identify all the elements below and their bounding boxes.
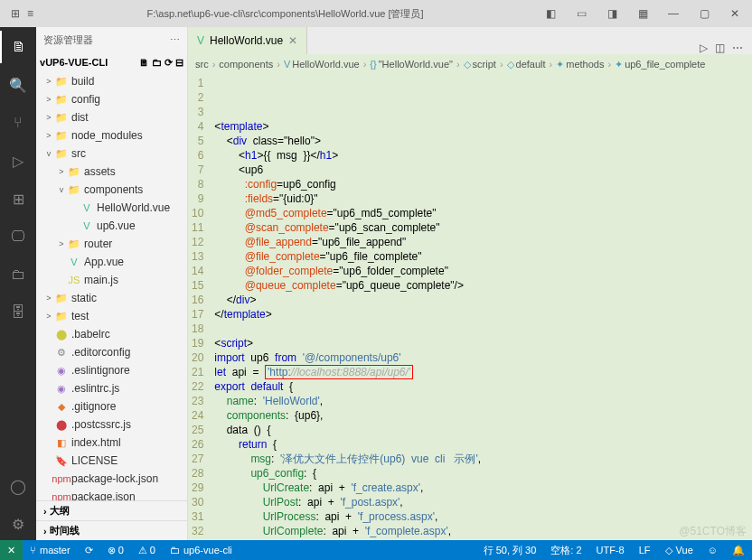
tree-item[interactable]: >📁build <box>36 72 187 90</box>
split-editor-icon[interactable]: ◫ <box>715 42 725 54</box>
tree-item[interactable]: VHelloWorld.vue <box>36 199 187 217</box>
app-icon: ⊞ <box>11 7 20 20</box>
database-icon[interactable]: 🗄 <box>0 296 36 329</box>
sidebar-toggle-icon[interactable]: ◨ <box>598 0 625 27</box>
activity-bar: 🗎 🔍 ⑂ ▷ ⊞ 🖵 🗀 🗄 ◯ ⚙ <box>0 27 36 540</box>
collapse-icon[interactable]: ⊟ <box>175 57 183 68</box>
project-root[interactable]: v UP6-VUE-CLI 🗎 🗀 ⟳ ⊟ <box>36 52 187 72</box>
project-name: UP6-VUE-CLI <box>45 57 108 68</box>
more-actions-icon[interactable]: ⋯ <box>732 42 743 54</box>
tab-title: HelloWorld.vue <box>210 34 283 47</box>
tree-item[interactable]: v📁src <box>36 145 187 163</box>
new-file-icon[interactable]: 🗎 <box>139 57 149 68</box>
tree-item[interactable]: ⚙.editorconfig <box>36 343 187 361</box>
breadcrumb-item[interactable]: components <box>219 59 273 70</box>
tree-item[interactable]: 🔖LICENSE <box>36 452 187 470</box>
tree-item[interactable]: ◧index.html <box>36 434 187 452</box>
editor-area: V HelloWorld.vue ✕ ▷ ◫ ⋯ src›components›… <box>188 27 752 540</box>
language-mode[interactable]: ◇Vue <box>658 540 700 560</box>
tree-item[interactable]: >📁node_modules <box>36 126 187 145</box>
more-icon[interactable]: ⋯ <box>170 34 180 46</box>
tab-close-icon[interactable]: ✕ <box>288 34 297 47</box>
problems-errors[interactable]: ⊗ 0 <box>100 540 131 560</box>
tree-item[interactable]: npmpackage.json <box>36 488 187 500</box>
code-editor[interactable]: 1234567891011121314151617181920212223242… <box>188 74 752 540</box>
code-content[interactable]: @51CTO博客 <template> <div class="hello"> … <box>211 74 752 540</box>
settings-gear-icon[interactable]: ⚙ <box>0 508 36 540</box>
panel-toggle-icon[interactable]: ▭ <box>568 0 595 27</box>
outline-section[interactable]: › 大纲 <box>36 500 187 520</box>
explorer-title: 资源管理器 <box>43 33 93 47</box>
tree-item[interactable]: VApp.vue <box>36 253 187 271</box>
tab-helloworld[interactable]: V HelloWorld.vue ✕ <box>188 27 307 54</box>
breadcrumb-item[interactable]: ✦ methods <box>556 59 604 70</box>
notifications-icon[interactable]: 🔔 <box>725 540 752 560</box>
tree-item[interactable]: JSmain.js <box>36 271 187 289</box>
tree-item[interactable]: Vup6.vue <box>36 217 187 235</box>
window-title: F:\asp.net\up6-vue-cli\src\components\He… <box>33 7 537 21</box>
breadcrumb-item[interactable]: V HelloWorld.vue <box>284 59 360 70</box>
feedback-icon[interactable]: ☺ <box>700 540 725 560</box>
tree-item[interactable]: >📁config <box>36 90 187 108</box>
breadcrumb[interactable]: src›components›V HelloWorld.vue›{} "Hell… <box>188 54 752 74</box>
source-control-icon[interactable]: ⑂ <box>0 107 36 139</box>
line-gutter: 1234567891011121314151617181920212223242… <box>188 74 211 540</box>
git-sync[interactable]: ⟳ <box>78 540 100 560</box>
hamburger-menu-icon[interactable]: ≡ <box>27 7 33 20</box>
breadcrumb-item[interactable]: ◇ script <box>464 59 496 70</box>
tree-item[interactable]: >📁dist <box>36 108 187 126</box>
status-project[interactable]: 🗀up6-vue-cli <box>163 540 240 560</box>
editor-tabs: V HelloWorld.vue ✕ ▷ ◫ ⋯ <box>188 27 752 54</box>
remote-indicator[interactable]: ✕ <box>0 540 23 560</box>
close-icon[interactable]: ✕ <box>721 0 748 27</box>
remote-explorer-icon[interactable]: 🖵 <box>0 220 36 253</box>
explorer-sidebar: 资源管理器 ⋯ v UP6-VUE-CLI 🗎 🗀 ⟳ ⊟ >📁build>📁c… <box>36 27 188 540</box>
breadcrumb-item[interactable]: src <box>195 59 209 70</box>
maximize-icon[interactable]: ▢ <box>691 0 718 27</box>
encoding[interactable]: UTF-8 <box>589 540 632 560</box>
tree-item[interactable]: >📁router <box>36 235 187 253</box>
problems-warnings[interactable]: ⚠ 0 <box>131 540 163 560</box>
minimize-icon[interactable]: ― <box>660 0 687 27</box>
tree-item[interactable]: ◆.gitignore <box>36 397 187 415</box>
breadcrumb-item[interactable]: ◇ default <box>507 59 546 70</box>
new-folder-icon[interactable]: 🗀 <box>152 57 162 68</box>
account-icon[interactable]: ◯ <box>0 470 36 502</box>
search-icon[interactable]: 🔍 <box>0 69 36 101</box>
tree-item[interactable]: >📁static <box>36 289 187 307</box>
breadcrumb-item[interactable]: ✦ up6_file_complete <box>615 59 705 70</box>
tree-item[interactable]: ◉.eslintrc.js <box>36 379 187 397</box>
file-tree: >📁build>📁config>📁dist>📁node_modulesv📁src… <box>36 72 187 500</box>
tree-item[interactable]: npmpackage-lock.json <box>36 470 187 488</box>
cursor-position[interactable]: 行 50, 列 30 <box>476 540 544 560</box>
tree-item[interactable]: v📁components <box>36 181 187 199</box>
title-bar: ⊞ ≡ F:\asp.net\up6-vue-cli\src\component… <box>0 0 752 27</box>
breadcrumb-item[interactable]: {} "HelloWorld.vue" <box>370 59 453 70</box>
tree-item[interactable]: >📁test <box>36 307 187 325</box>
timeline-section[interactable]: › 时间线 <box>36 520 187 540</box>
tree-item[interactable]: ⬤.postcssrc.js <box>36 415 187 434</box>
vue-file-icon: V <box>197 34 204 47</box>
folder-icon[interactable]: 🗀 <box>0 258 36 291</box>
run-debug-icon[interactable]: ▷ <box>0 145 36 177</box>
tree-item[interactable]: >📁assets <box>36 163 187 181</box>
customize-layout-icon[interactable]: ▦ <box>629 0 656 27</box>
tree-item[interactable]: ◉.eslintignore <box>36 361 187 379</box>
refresh-icon[interactable]: ⟳ <box>164 57 173 68</box>
status-bar: ✕ ⑂master ⟳ ⊗ 0 ⚠ 0 🗀up6-vue-cli 行 50, 列… <box>0 540 752 560</box>
eol[interactable]: LF <box>632 540 658 560</box>
run-icon[interactable]: ▷ <box>700 42 708 54</box>
extensions-icon[interactable]: ⊞ <box>0 182 36 215</box>
layout-toggle-icon[interactable]: ◧ <box>537 0 564 27</box>
git-branch[interactable]: ⑂master <box>23 540 78 560</box>
explorer-icon[interactable]: 🗎 <box>0 31 36 63</box>
indentation[interactable]: 空格: 2 <box>543 540 588 560</box>
tree-item[interactable]: ⬤.babelrc <box>36 325 187 343</box>
